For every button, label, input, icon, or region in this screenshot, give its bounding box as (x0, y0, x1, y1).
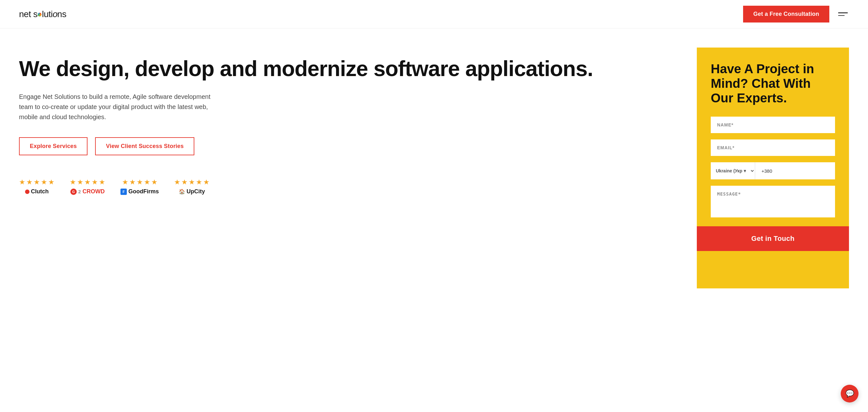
phone-row: Ukraine (Укр ▾ (711, 162, 835, 179)
g2-icon: G (70, 189, 77, 195)
rating-goodfirms: ★ ★ ★ ★ ★ F GoodFirms (121, 178, 159, 195)
g2-logo: G 2 CROWD (70, 188, 104, 195)
hamburger-line-2 (838, 15, 844, 16)
header-actions: Get a Free Consultation (743, 6, 849, 23)
rating-clutch: ★ ★ ★ ★ ★ Clutch (19, 178, 55, 195)
hero-title: We design, develop and modernize softwar… (19, 57, 684, 80)
hero-section: We design, develop and modernize softwar… (19, 47, 697, 195)
name-input[interactable] (711, 117, 835, 133)
form-card: Have A Project in Mind? Chat With Our Ex… (697, 47, 849, 288)
view-stories-button[interactable]: View Client Success Stories (95, 137, 194, 155)
main-content: We design, develop and modernize softwar… (0, 29, 868, 314)
email-input[interactable] (711, 139, 835, 156)
hamburger-menu[interactable] (837, 11, 849, 17)
name-field-wrapper (711, 117, 835, 133)
rating-upcity: ★ ★ ★ ★ ★ 🏠 UpCity (174, 178, 210, 195)
phone-input[interactable] (755, 162, 835, 179)
hamburger-line-1 (838, 12, 848, 13)
clutch-icon (25, 190, 29, 194)
message-input[interactable] (711, 186, 835, 217)
site-logo[interactable]: net slutions (19, 9, 66, 19)
goodfirms-logo: F GoodFirms (121, 188, 159, 195)
explore-services-button[interactable]: Explore Services (19, 137, 88, 155)
g2-prefix: 2 (78, 189, 81, 194)
consultation-button[interactable]: Get a Free Consultation (743, 6, 829, 23)
goodfirms-stars: ★ ★ ★ ★ ★ (122, 178, 158, 186)
submit-button[interactable]: Get in Touch (697, 226, 849, 251)
email-field-wrapper (711, 139, 835, 156)
upcity-logo: 🏠 UpCity (179, 188, 205, 195)
g2-stars: ★ ★ ★ ★ ★ (70, 178, 105, 186)
crowd-label: CROWD (83, 188, 104, 195)
clutch-label: Clutch (31, 188, 49, 195)
goodfirms-icon: F (121, 189, 127, 195)
rating-g2crowd: ★ ★ ★ ★ ★ G 2 CROWD (70, 178, 105, 195)
upcity-stars: ★ ★ ★ ★ ★ (174, 178, 210, 186)
hero-subtitle: Engage Net Solutions to build a remote, … (19, 92, 222, 122)
upcity-icon: 🏠 (179, 189, 185, 195)
site-header: net slutions Get a Free Consultation (0, 0, 868, 29)
message-field-wrapper (711, 186, 835, 219)
clutch-logo: Clutch (25, 188, 49, 195)
contact-form-section: Have A Project in Mind? Chat With Our Ex… (697, 47, 849, 288)
cta-buttons: Explore Services View Client Success Sto… (19, 137, 684, 155)
clutch-stars: ★ ★ ★ ★ ★ (19, 178, 55, 186)
goodfirms-label: GoodFirms (128, 188, 159, 195)
country-select[interactable]: Ukraine (Укр ▾ (711, 162, 755, 179)
upcity-label: UpCity (187, 188, 205, 195)
form-title: Have A Project in Mind? Chat With Our Ex… (711, 62, 835, 105)
ratings-row: ★ ★ ★ ★ ★ Clutch ★ ★ ★ ★ ★ (19, 178, 684, 195)
